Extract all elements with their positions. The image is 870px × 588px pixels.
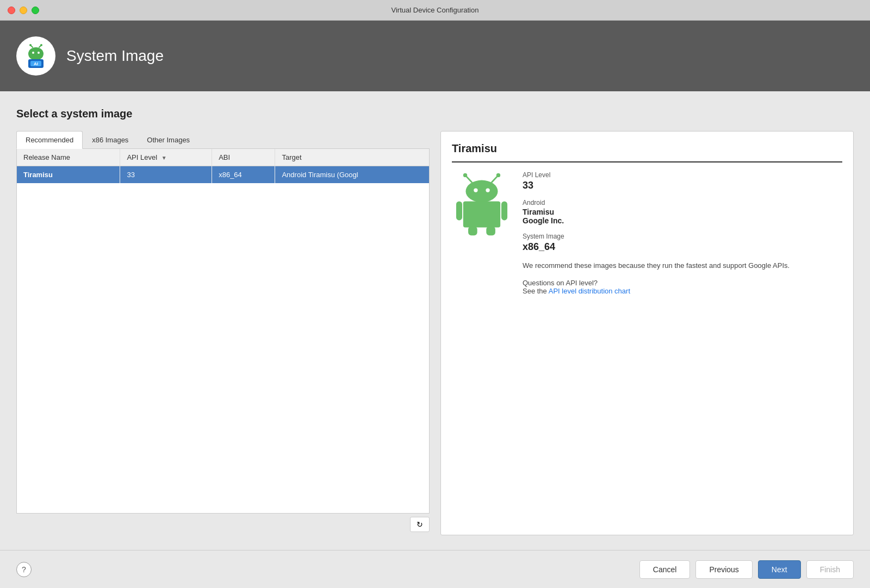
refresh-button[interactable]: ↻ bbox=[410, 517, 430, 532]
svg-point-16 bbox=[474, 188, 477, 192]
api-chart-link[interactable]: API level distribution chart bbox=[549, 287, 630, 295]
svg-point-15 bbox=[465, 180, 498, 203]
cell-abi: x86_64 bbox=[212, 166, 275, 184]
svg-rect-18 bbox=[463, 201, 500, 227]
api-level-label: API Level bbox=[523, 171, 842, 179]
svg-point-2 bbox=[32, 52, 34, 54]
table-row[interactable]: Tiramisu 33 x86_64 Android Tiramisu (Goo… bbox=[17, 166, 429, 184]
close-button[interactable] bbox=[8, 7, 15, 14]
android-label: Android bbox=[523, 199, 842, 207]
footer-left: ? bbox=[16, 562, 32, 577]
svg-point-6 bbox=[29, 44, 32, 46]
cell-release-name: Tiramisu bbox=[17, 166, 120, 184]
main-content: Select a system image Recommended x86 Im… bbox=[0, 91, 870, 550]
svg-point-12 bbox=[463, 173, 467, 177]
system-image-value: x86_64 bbox=[523, 241, 842, 253]
cell-target: Android Tiramisu (Googl bbox=[275, 166, 429, 184]
footer: ? Cancel Previous Next Finish bbox=[0, 550, 870, 588]
android-robot bbox=[452, 171, 512, 295]
svg-text:AI: AI bbox=[34, 61, 38, 66]
tab-x86-images[interactable]: x86 Images bbox=[83, 131, 138, 149]
table-header-row: Release Name API Level ▼ ABI Target bbox=[17, 149, 429, 166]
svg-rect-22 bbox=[486, 227, 495, 236]
detail-info: API Level 33 Android Tiramisu Google Inc… bbox=[523, 171, 842, 295]
tab-recommended[interactable]: Recommended bbox=[16, 131, 83, 149]
next-button[interactable]: Next bbox=[758, 560, 801, 579]
svg-point-1 bbox=[28, 47, 44, 60]
system-image-label: System Image bbox=[523, 233, 842, 240]
api-question: Questions on API level? See the API leve… bbox=[523, 279, 842, 295]
android-name: Tiramisu Google Inc. bbox=[523, 208, 842, 225]
detail-panel: Tiramisu bbox=[440, 131, 854, 535]
col-api-level[interactable]: API Level ▼ bbox=[120, 149, 212, 166]
sort-icon: ▼ bbox=[161, 155, 167, 161]
svg-point-7 bbox=[40, 44, 42, 46]
api-level-value: 33 bbox=[523, 180, 842, 191]
svg-rect-20 bbox=[501, 201, 507, 220]
header-icon: AI bbox=[16, 36, 55, 76]
col-target[interactable]: Target bbox=[275, 149, 429, 166]
svg-point-17 bbox=[486, 188, 489, 192]
footer-right: Cancel Previous Next Finish bbox=[639, 560, 854, 579]
tabs: Recommended x86 Images Other Images bbox=[16, 131, 430, 149]
minimize-button[interactable] bbox=[20, 7, 27, 14]
svg-rect-19 bbox=[456, 201, 462, 220]
left-panel: Recommended x86 Images Other Images Rele… bbox=[16, 131, 430, 535]
detail-body: API Level 33 Android Tiramisu Google Inc… bbox=[452, 171, 842, 295]
cancel-button[interactable]: Cancel bbox=[639, 560, 691, 579]
detail-title: Tiramisu bbox=[452, 142, 842, 162]
maximize-button[interactable] bbox=[32, 7, 39, 14]
window-controls bbox=[8, 7, 39, 14]
help-button[interactable]: ? bbox=[16, 562, 32, 577]
table-toolbar: ↻ bbox=[16, 514, 430, 535]
content-area: Recommended x86 Images Other Images Rele… bbox=[16, 131, 854, 535]
finish-button[interactable]: Finish bbox=[806, 560, 854, 579]
svg-rect-21 bbox=[468, 227, 477, 236]
header: AI System Image bbox=[0, 21, 870, 91]
tab-other-images[interactable]: Other Images bbox=[138, 131, 199, 149]
cell-api-level: 33 bbox=[120, 166, 212, 184]
svg-point-3 bbox=[38, 52, 40, 54]
section-title: Select a system image bbox=[16, 108, 854, 120]
recommend-text: We recommend these images because they r… bbox=[523, 260, 842, 271]
svg-point-14 bbox=[496, 173, 500, 177]
page-title: System Image bbox=[66, 47, 164, 65]
android-robot-svg bbox=[452, 171, 512, 236]
window-title: Virtual Device Configuration bbox=[391, 6, 479, 14]
avd-icon: AI bbox=[23, 43, 49, 69]
previous-button[interactable]: Previous bbox=[695, 560, 752, 579]
col-release-name[interactable]: Release Name bbox=[17, 149, 120, 166]
col-abi[interactable]: ABI bbox=[212, 149, 275, 166]
title-bar: Virtual Device Configuration bbox=[0, 0, 870, 21]
system-image-table: Release Name API Level ▼ ABI Target bbox=[16, 149, 430, 514]
